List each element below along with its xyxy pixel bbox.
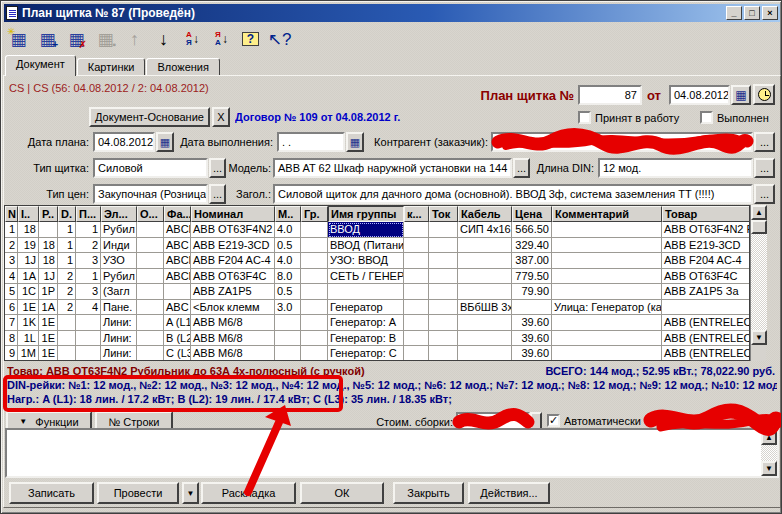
table-cell[interactable]: УЗО <box>101 253 137 269</box>
table-cell[interactable] <box>137 315 164 331</box>
table-cell[interactable]: ABB OT63F4N2 Рубильник <box>662 222 750 238</box>
caption-field[interactable]: Силовой щиток для дачного дома (основной… <box>273 184 753 204</box>
table-cell[interactable]: 39.60 <box>512 331 552 347</box>
scroll-down-icon[interactable]: ▼ <box>751 330 767 345</box>
plan-date-clock-button[interactable] <box>753 84 775 105</box>
move-down-icon[interactable]: ↓ <box>152 28 175 50</box>
column-header[interactable]: Кабель <box>458 206 512 222</box>
table-cell[interactable] <box>137 222 164 238</box>
column-header[interactable]: Товар <box>662 206 750 222</box>
table-cell[interactable]: Лини: <box>101 346 137 361</box>
table-cell[interactable] <box>404 222 429 238</box>
table-cell[interactable]: 2 <box>58 300 76 316</box>
table-cell[interactable] <box>137 269 164 285</box>
table-cell[interactable]: Генератор: C <box>328 346 404 361</box>
table-cell[interactable]: ABB F204 AC-4 <box>191 253 275 269</box>
din-length-field[interactable]: 12 мод. <box>598 158 753 178</box>
table-cell[interactable] <box>429 300 458 316</box>
table-cell[interactable] <box>552 284 662 300</box>
table-cell[interactable]: ВБбШВ 3х <box>458 300 512 316</box>
table-cell[interactable]: 1E <box>39 346 58 361</box>
table-cell[interactable]: 4.0 <box>275 253 301 269</box>
column-header[interactable]: D. <box>58 206 76 222</box>
table-cell[interactable] <box>512 300 552 316</box>
table-cell[interactable] <box>552 346 662 361</box>
table-cell[interactable] <box>552 315 662 331</box>
table-cell[interactable]: 1A <box>39 300 58 316</box>
caption-picker-button[interactable]: ... <box>754 184 775 204</box>
table-cell[interactable] <box>552 269 662 285</box>
table-cell[interactable]: 1M <box>18 346 39 361</box>
column-header[interactable]: М.. <box>275 206 301 222</box>
table-cell[interactable]: ВВОД (Питание) <box>328 238 404 254</box>
table-cell[interactable]: 0.5 <box>275 284 301 300</box>
table-cell[interactable]: 18 <box>18 222 39 238</box>
table-cell[interactable] <box>137 346 164 361</box>
table-cell[interactable]: 0.5 <box>275 238 301 254</box>
comment-textarea[interactable] <box>5 428 779 478</box>
basis-link[interactable]: Договор № 109 от 04.08.2012 г. <box>235 111 465 123</box>
scrollbar-track[interactable] <box>761 445 777 461</box>
table-cell[interactable]: 1 <box>58 253 76 269</box>
clear-basis-button[interactable]: X <box>212 107 230 127</box>
table-cell[interactable] <box>301 284 328 300</box>
close-dialog-button[interactable]: Закрыть <box>393 482 464 504</box>
move-up-icon[interactable]: ↑ <box>123 28 146 50</box>
column-header[interactable]: Комментарий <box>552 206 662 222</box>
context-help-icon[interactable]: ↖? <box>268 28 291 50</box>
layout-button[interactable]: Раскладка <box>201 482 296 504</box>
din-length-picker-button[interactable]: ... <box>754 158 775 178</box>
table-cell[interactable] <box>404 253 429 269</box>
table-cell[interactable] <box>429 315 458 331</box>
table-cell[interactable]: ABB (ENTRELEC <box>662 315 750 331</box>
table-cell[interactable]: 387.00 <box>512 253 552 269</box>
minimize-button[interactable]: _ <box>726 6 742 20</box>
column-header[interactable]: I.. <box>18 206 39 222</box>
table-cell[interactable]: <Блок клемм <box>191 300 275 316</box>
table-cell[interactable]: 1E <box>18 300 39 316</box>
table-cell[interactable]: 1 <box>76 222 101 238</box>
table-cell[interactable] <box>76 315 101 331</box>
table-cell[interactable]: ABB OT63F4C <box>662 269 750 285</box>
table-cell[interactable]: 1 <box>76 269 101 285</box>
delete-plan-icon[interactable]: ▦✗ <box>65 28 88 50</box>
scrollbar-track[interactable] <box>751 234 767 330</box>
table-cell[interactable]: 1J <box>39 269 58 285</box>
model-picker-button[interactable]: ... <box>513 158 530 178</box>
table-cell[interactable]: 1A <box>18 269 39 285</box>
table-cell[interactable]: 1 <box>58 238 76 254</box>
table-cell[interactable]: 329.40 <box>512 238 552 254</box>
table-cell[interactable] <box>301 253 328 269</box>
table-cell[interactable]: 566.50 <box>512 222 552 238</box>
table-cell[interactable]: ABCN <box>164 222 191 238</box>
table-cell[interactable] <box>552 222 662 238</box>
table-cell[interactable] <box>275 346 301 361</box>
table-cell[interactable] <box>328 284 404 300</box>
table-cell[interactable]: 18 <box>39 253 58 269</box>
table-cell[interactable] <box>429 253 458 269</box>
table-cell[interactable]: ВВОД <box>328 222 404 238</box>
scroll-up-icon[interactable]: ▲ <box>751 205 767 220</box>
table-cell[interactable] <box>76 346 101 361</box>
table-cell[interactable]: ABCN <box>164 269 191 285</box>
column-header[interactable]: Гр. <box>301 206 328 222</box>
table-cell[interactable] <box>404 315 429 331</box>
table-cell[interactable] <box>137 284 164 300</box>
table-cell[interactable] <box>458 346 512 361</box>
table-cell[interactable]: 2 <box>5 238 18 254</box>
table-cell[interactable]: 79.90 <box>512 284 552 300</box>
table-cell[interactable] <box>404 284 429 300</box>
table-cell[interactable]: 8.0 <box>275 269 301 285</box>
table-cell[interactable]: 1E <box>39 331 58 347</box>
table-cell[interactable] <box>552 331 662 347</box>
table-cell[interactable]: ABB (ENTRELEC <box>662 346 750 361</box>
table-cell[interactable]: ABC ( <box>164 238 191 254</box>
table-cell[interactable]: Генератор: A <box>328 315 404 331</box>
table-cell[interactable] <box>458 269 512 285</box>
column-header[interactable]: О... <box>137 206 164 222</box>
table-cell[interactable]: 1 <box>58 222 76 238</box>
table-cell[interactable]: 9 <box>5 346 18 361</box>
table-cell[interactable] <box>301 300 328 316</box>
table-cell[interactable]: Лини: <box>101 315 137 331</box>
table-cell[interactable]: 19 <box>18 238 39 254</box>
